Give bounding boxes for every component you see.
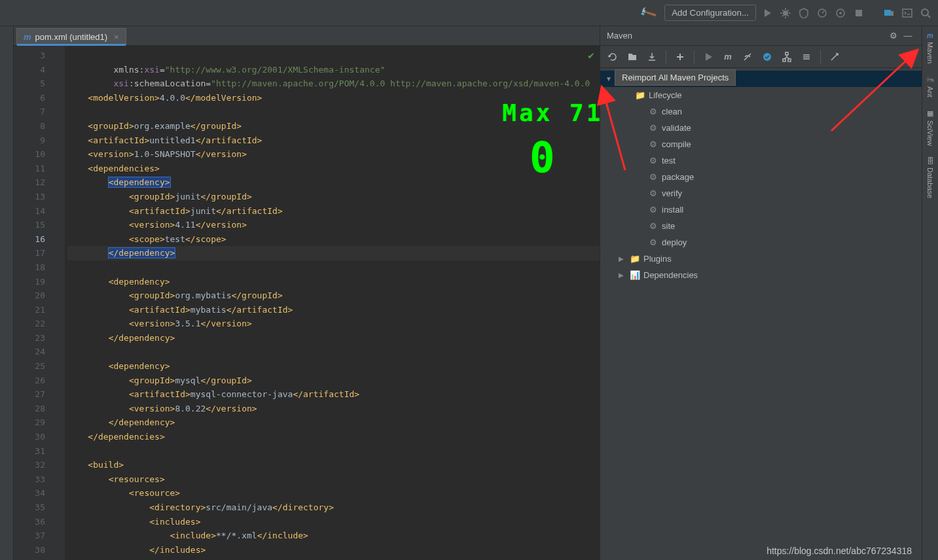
add-project-icon[interactable] — [672, 48, 689, 65]
minimize-icon[interactable]: — — [901, 31, 915, 41]
tree-deploy[interactable]: ⚙deploy — [600, 234, 922, 251]
svg-rect-11 — [788, 59, 791, 61]
build-icon[interactable]: 🔨 — [638, 3, 658, 22]
gear-icon: ⚙ — [647, 123, 659, 133]
tree-clean[interactable]: ⚙clean — [600, 103, 922, 120]
editor-area[interactable]: 3456789101112131415161718192021222324252… — [14, 46, 600, 560]
editor-tabbar: m pom.xml (untitled1) × — [14, 26, 600, 46]
tree-compile[interactable]: ⚙compile — [600, 136, 922, 152]
right-tool-rail: mMaven 🐜Ant ▦SciView 🗄Database — [922, 26, 938, 560]
run-maven-icon[interactable] — [700, 48, 717, 65]
toggle-offline-icon[interactable] — [739, 48, 756, 65]
folder-icon: 📁 — [629, 254, 641, 264]
tab-label: pom.xml (untitled1) — [35, 32, 108, 42]
fold-gutter — [52, 46, 65, 560]
tree-site[interactable]: ⚙site — [600, 218, 922, 234]
tree-test[interactable]: ⚙test — [600, 152, 922, 169]
gear-icon: ⚙ — [647, 172, 659, 182]
chevron-right-icon[interactable]: ▶ — [619, 255, 626, 262]
top-toolbar: 🔨 Add Configuration... — [0, 0, 938, 26]
svg-rect-4 — [884, 10, 891, 16]
svg-rect-3 — [856, 10, 862, 16]
download-sources-icon[interactable] — [643, 48, 660, 65]
chevron-down-icon[interactable]: ▼ — [605, 75, 613, 82]
inspection-ok-icon[interactable]: ✔ — [588, 48, 594, 63]
svg-rect-6 — [903, 9, 912, 17]
chevron-right-icon[interactable]: ▶ — [619, 271, 626, 279]
profile-icon[interactable] — [815, 6, 829, 20]
left-gutter — [0, 26, 14, 560]
maven-tool-window: Maven ⚙ — m ▼ Reimport All Maven P — [600, 26, 922, 560]
gear-icon: ⚙ — [647, 107, 659, 116]
gear-icon: ⚙ — [647, 156, 659, 166]
show-dependencies-icon[interactable] — [778, 48, 795, 65]
watermark-url: https://blog.csdn.net/abc767234318 — [767, 546, 912, 556]
close-tab-icon[interactable]: × — [114, 32, 119, 42]
reimport-tooltip: Reimport All Maven Projects — [615, 69, 736, 86]
collapse-all-icon[interactable] — [798, 48, 815, 65]
rail-maven[interactable]: mMaven — [926, 31, 934, 63]
line-number-gutter: 3456789101112131415161718192021222324252… — [14, 46, 52, 560]
coverage-icon[interactable] — [797, 6, 811, 20]
execute-goal-icon[interactable]: m — [719, 48, 736, 65]
rail-ant[interactable]: 🐜Ant — [926, 75, 935, 97]
tree-lifecycle[interactable]: 📁 Lifecycle — [600, 87, 922, 103]
generate-sources-icon[interactable] — [624, 48, 641, 65]
svg-rect-5 — [891, 11, 893, 16]
settings-icon[interactable]: ⚙ — [886, 31, 901, 41]
maven-settings-icon[interactable] — [826, 48, 843, 65]
tree-verify[interactable]: ⚙verify — [600, 185, 922, 201]
svg-point-0 — [783, 10, 788, 16]
search-everywhere-icon[interactable] — [918, 6, 933, 20]
maven-title: Maven — [607, 31, 886, 41]
rail-database[interactable]: 🗄Database — [926, 157, 934, 198]
tree-validate[interactable]: ⚙validate — [600, 120, 922, 136]
tree-plugins[interactable]: ▶ 📁 Plugins — [600, 251, 922, 267]
debug-icon[interactable] — [778, 6, 793, 20]
svg-rect-9 — [785, 52, 788, 55]
overlay-graphic: Max 710 0 — [451, 92, 600, 205]
svg-point-7 — [922, 9, 928, 16]
terminal-icon[interactable] — [900, 6, 914, 20]
maven-header: Maven ⚙ — — [600, 26, 922, 46]
tree-install[interactable]: ⚙install — [600, 201, 922, 218]
svg-rect-10 — [783, 59, 785, 61]
gear-icon: ⚙ — [647, 237, 659, 247]
run-icon[interactable] — [760, 6, 774, 20]
rail-sciview[interactable]: ▦SciView — [926, 109, 934, 146]
tab-pom[interactable]: m pom.xml (untitled1) × — [16, 28, 126, 45]
project-structure-icon[interactable] — [882, 6, 896, 20]
maven-toolbar: m — [600, 46, 922, 68]
gear-icon: ⚙ — [647, 188, 659, 198]
folder-icon: 📁 — [634, 90, 646, 100]
gear-icon: ⚙ — [647, 139, 659, 149]
maven-tree[interactable]: ▼ Reimport All Maven Projects 📁 Lifecycl… — [600, 68, 922, 560]
dependencies-icon: 📊 — [629, 270, 641, 280]
skip-tests-icon[interactable] — [759, 48, 776, 65]
tree-package[interactable]: ⚙package — [600, 169, 922, 185]
tree-dependencies[interactable]: ▶ 📊 Dependencies — [600, 267, 922, 283]
code-content[interactable]: xmlns:xsi="http://www.w3.org/2001/XMLSch… — [65, 46, 600, 560]
reimport-icon[interactable] — [604, 48, 621, 65]
gear-icon: ⚙ — [647, 205, 659, 215]
maven-file-icon: m — [24, 32, 31, 42]
attach-icon[interactable] — [833, 6, 848, 20]
add-configuration-button[interactable]: Add Configuration... — [664, 5, 756, 21]
gear-icon: ⚙ — [647, 221, 659, 231]
stop-icon[interactable] — [852, 6, 866, 20]
